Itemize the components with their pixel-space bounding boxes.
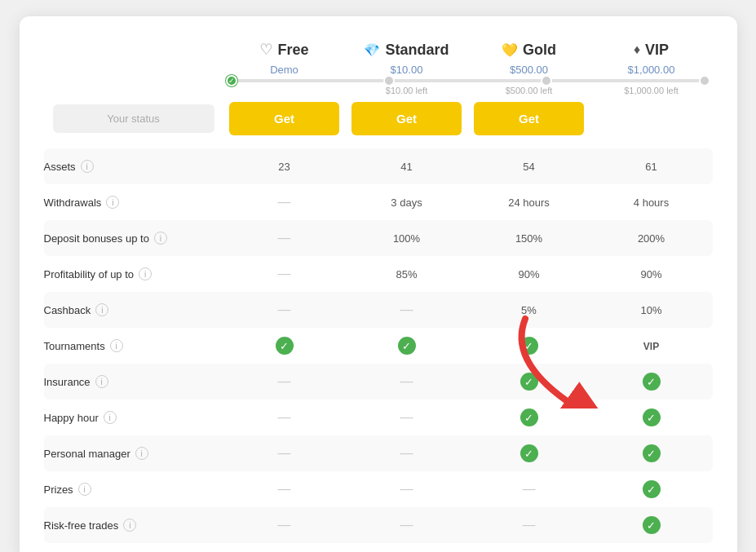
check-icon: ✓ [398,337,416,355]
info-icon[interactable]: i [135,447,148,460]
table-cell: — [223,368,346,395]
button-row: Your status Get Get Get [44,102,713,135]
slider-container: ✓ [223,79,713,82]
info-icon[interactable]: i [154,232,167,245]
table-cell: — [223,404,346,431]
table-cell: — [223,511,346,539]
table-row: Profitability of up toi—85%90%90% [44,256,713,292]
dash-indicator: — [523,518,536,532]
table-cell: ✓ [590,474,713,505]
table-cell: — [468,511,590,539]
info-icon[interactable]: i [78,483,91,496]
table-cell: 200% [590,226,713,251]
table-row: Insurancei——✓✓ [44,364,713,400]
dash-indicator: — [278,195,291,209]
amount-left-free [223,86,346,95]
table-cell: — [346,439,468,467]
check-icon: ✓ [643,516,661,534]
your-status-button: Your status [53,104,214,133]
dash-indicator: — [278,482,291,496]
table-cell: — [223,439,346,467]
dash-indicator: — [400,446,413,460]
standard-icon: 💎 [364,42,380,58]
table-row: Happy houri——✓✓ [44,400,713,435]
vip-badge: VIP [643,341,659,352]
table-cell: 10% [590,298,713,323]
amount-left-standard: $10.00 left [346,86,468,95]
table-row: Risk-free tradesi———✓ [44,507,713,543]
table-cell: 5% [468,298,590,323]
plan-vip: ♦ VIP [590,42,713,59]
info-icon[interactable]: i [104,411,117,424]
table-cell: — [468,475,590,503]
slider-track[interactable]: ✓ [232,79,705,82]
plan-free: ♡ Free [223,41,346,59]
table-cell: ✓ [590,366,713,397]
dash-indicator: — [523,482,536,496]
table-row: Withdrawalsi—3 days24 hours4 hours [44,184,713,220]
row-label: Assetsi [44,153,223,179]
info-icon[interactable]: i [95,303,108,316]
info-icon[interactable]: i [139,267,152,280]
info-icon[interactable]: i [123,519,136,532]
check-icon: ✓ [276,337,294,355]
table-cell: — [346,475,468,503]
slider-dot-free[interactable]: ✓ [226,75,237,86]
info-icon[interactable]: i [81,160,94,173]
dash-indicator: — [278,302,291,316]
table-cell: — [346,404,468,431]
info-icon[interactable]: i [110,339,123,352]
table-cell: VIP [590,333,713,359]
feature-rows: Assetsi23415461Withdrawalsi—3 days24 hou… [44,148,713,543]
table-cell: — [223,296,346,324]
get-vip-button[interactable]: Get [474,102,584,135]
check-icon: ✓ [520,373,538,391]
vip-icon: ♦ [634,42,640,57]
table-cell: — [223,260,346,288]
price-standard: $10.00 [346,64,468,76]
plan-gold: 💛 Gold [468,42,590,59]
dash-indicator: — [278,518,291,532]
table-row: Cashbacki——5%10% [44,292,713,328]
table-cell: 100% [346,226,468,251]
your-status-cell: Your status [44,104,223,133]
slider-dot-standard[interactable] [383,75,395,86]
table-cell: ✓ [590,510,713,541]
amount-left-row: $10.00 left $500.00 left $1,000.00 left [44,86,713,95]
table-cell: 54 [468,154,590,179]
dash-indicator: — [400,410,413,424]
dash-indicator: — [400,482,413,496]
check-icon: ✓ [643,408,661,426]
slider-dot-vip[interactable] [699,75,710,86]
pricing-card: ♡ Free 💎 Standard 💛 Gold ♦ VIP Demo $10.… [20,16,737,552]
table-cell: ✓ [223,330,346,361]
table-cell: 41 [346,154,468,179]
info-icon[interactable]: i [95,375,108,388]
row-label: Insurancei [44,369,223,395]
check-icon: ✓ [643,373,661,391]
table-cell: 23 [223,154,346,179]
row-label: Prizesi [44,476,223,502]
table-row: Tournamentsi✓✓✓VIP [44,328,713,364]
table-cell: ✓ [468,330,590,361]
dash-indicator: — [400,518,413,532]
price-gold: $500.00 [468,64,590,76]
table-cell: ✓ [590,402,713,433]
check-icon: ✓ [643,444,661,462]
check-icon: ✓ [643,480,661,498]
check-icon: ✓ [520,444,538,462]
table-cell: — [223,188,346,216]
amount-left-gold: $500.00 left [468,86,590,95]
dash-indicator: — [400,302,413,316]
get-gold-button[interactable]: Get [351,102,462,135]
table-cell: — [223,475,346,503]
table-row: Prizesi———✓ [44,471,713,507]
row-label: Happy houri [44,404,223,431]
plan-standard: 💎 Standard [346,42,468,59]
dash-indicator: — [400,374,413,388]
table-cell: 85% [346,262,468,287]
table-cell: — [346,511,468,539]
info-icon[interactable]: i [106,196,119,209]
get-standard-button[interactable]: Get [229,102,339,135]
slider-dot-gold[interactable] [541,75,552,86]
